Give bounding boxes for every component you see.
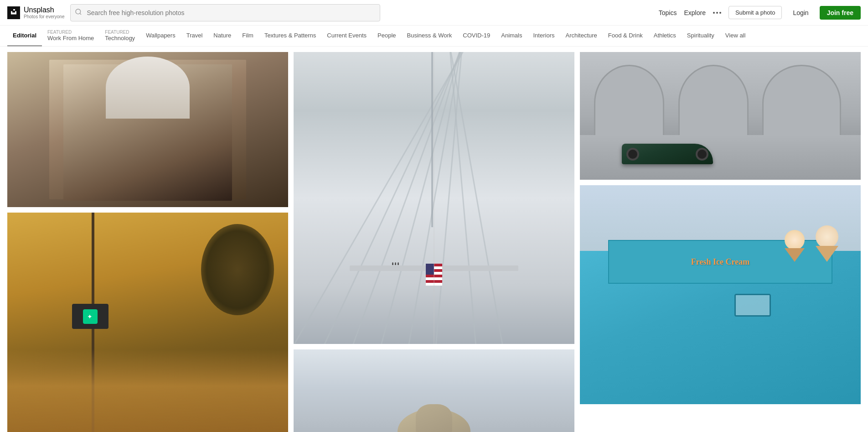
nav-bar: EditorialFEATUREDWork From HomeFEATUREDT… (0, 26, 868, 47)
nav-label: Travel (186, 32, 203, 39)
photo-hat[interactable] (294, 349, 574, 432)
nav-label: People (377, 32, 396, 39)
nav-label: Work From Home (47, 35, 94, 42)
nav-item-film[interactable]: Film (237, 26, 259, 47)
nav-item-editorial[interactable]: Editorial (7, 26, 42, 47)
nav-label: Business & Work (407, 32, 452, 39)
nav-item-wallpapers[interactable]: Wallpapers (140, 26, 181, 47)
photo-col-2 (294, 52, 574, 432)
nav-item-travel[interactable]: Travel (181, 26, 208, 47)
nav-label: Editorial (13, 32, 36, 39)
nav-item-spirituality[interactable]: Spirituality (682, 26, 720, 47)
search-input[interactable] (70, 4, 380, 21)
nav-item-animals[interactable]: Animals (496, 26, 527, 47)
topics-link[interactable]: Topics (659, 9, 677, 16)
nav-item-work-from-home[interactable]: FEATUREDWork From Home (42, 26, 99, 47)
nav-item-food-drink[interactable]: Food & Drink (603, 26, 648, 47)
nav-label: Architecture (565, 32, 597, 39)
nav-label: Current Events (327, 32, 367, 39)
photo-col-3: Fresh Ice Cream (580, 52, 861, 432)
nav-item-people[interactable]: People (372, 26, 401, 47)
nav-item-view-all[interactable]: View all (720, 26, 751, 47)
dot1 (713, 12, 715, 14)
photo-traffic-light[interactable]: ✦ (7, 213, 288, 432)
photo-col-1: ✦ (7, 52, 288, 432)
nav-label: Food & Drink (608, 32, 643, 39)
search-bar (70, 4, 380, 21)
logo-name: Unsplash (24, 5, 65, 14)
photo-grid: ✦ (0, 47, 868, 432)
dot3 (719, 12, 721, 14)
dot2 (716, 12, 718, 14)
nav-label: Textures & Patterns (264, 32, 316, 39)
nav-item-architecture[interactable]: Architecture (560, 26, 602, 47)
nav-item-technology[interactable]: FEATUREDTechnology (99, 26, 140, 47)
featured-label: FEATURED (47, 30, 72, 35)
nav-label: Animals (501, 32, 522, 39)
photo-car-street[interactable] (580, 52, 861, 180)
header-right: Topics Explore Submit a photo Login Join… (659, 6, 861, 20)
nav-label: Interiors (533, 32, 555, 39)
nav-item-covid-19[interactable]: COVID-19 (457, 26, 496, 47)
nav-label: Nature (213, 32, 231, 39)
logo[interactable]: Unsplash Photos for everyone (7, 5, 65, 20)
nav-label: Technology (105, 35, 135, 42)
nav-label: Wallpapers (146, 32, 176, 39)
logo-icon (7, 6, 20, 19)
explore-link[interactable]: Explore (684, 9, 705, 16)
nav-item-current-events[interactable]: Current Events (321, 26, 372, 47)
nav-item-interiors[interactable]: Interiors (528, 26, 560, 47)
logo-text: Unsplash Photos for everyone (24, 5, 65, 20)
nav-item-athletics[interactable]: Athletics (648, 26, 682, 47)
join-button[interactable]: Join free (820, 6, 861, 20)
nav-label: Athletics (654, 32, 676, 39)
submit-photo-button[interactable]: Submit a photo (728, 6, 782, 19)
photo-ice-cream[interactable]: Fresh Ice Cream (580, 185, 861, 404)
nav-item-business-work[interactable]: Business & Work (402, 26, 458, 47)
nav-label: Film (242, 32, 253, 39)
nav-label: Spirituality (687, 32, 714, 39)
featured-label: FEATURED (105, 30, 129, 35)
nav-label: View all (725, 32, 746, 39)
svg-text:✦: ✦ (87, 313, 93, 320)
nav-item-nature[interactable]: Nature (208, 26, 237, 47)
logo-tagline: Photos for everyone (24, 14, 65, 20)
login-button[interactable]: Login (789, 6, 812, 19)
site-header: Unsplash Photos for everyone Topics Expl… (0, 0, 868, 26)
nav-item-textures-patterns[interactable]: Textures & Patterns (259, 26, 321, 47)
nav-label: COVID-19 (463, 32, 490, 39)
photo-man-ironing[interactable] (7, 52, 288, 207)
more-menu[interactable] (713, 12, 721, 14)
photo-architecture[interactable] (294, 52, 574, 344)
